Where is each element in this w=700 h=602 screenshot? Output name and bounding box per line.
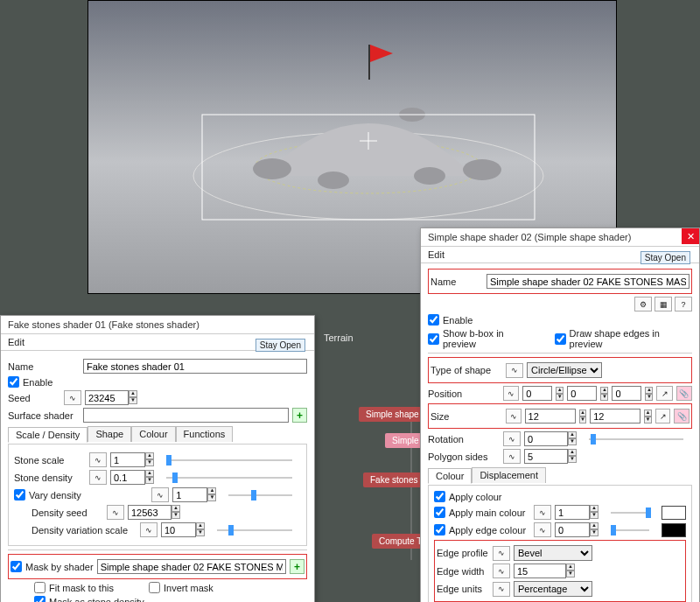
density-seed-input[interactable] — [128, 505, 172, 520]
apply-edge-checkbox[interactable] — [434, 524, 445, 536]
size-x-input[interactable] — [525, 409, 576, 424]
spinner[interactable]: ▲▼ — [145, 470, 154, 485]
edge-profile-select[interactable]: Bevel — [514, 545, 592, 561]
edge-colour-input[interactable] — [555, 522, 590, 537]
link-icon[interactable]: ↗ — [655, 409, 671, 424]
add-button[interactable]: + — [290, 559, 304, 574]
show-bbox-checkbox[interactable] — [428, 333, 439, 345]
size-label: Size — [430, 411, 502, 422]
spinner[interactable]: ▲▼ — [644, 410, 652, 424]
main-colour-swatch[interactable] — [662, 506, 686, 520]
enable-checkbox[interactable] — [8, 376, 19, 388]
main-colour-input[interactable] — [555, 505, 590, 520]
param-icon[interactable]: ∿ — [506, 409, 522, 424]
param-icon[interactable]: ∿ — [534, 522, 551, 537]
param-icon[interactable]: ∿ — [493, 564, 510, 578]
stay-open-button[interactable]: Stay Open — [256, 339, 305, 352]
draw-edges-checkbox[interactable] — [555, 333, 566, 345]
tab-functions[interactable]: Functions — [176, 426, 234, 442]
spinner[interactable]: ▲▼ — [196, 522, 205, 537]
param-icon[interactable]: ∿ — [140, 522, 158, 537]
param-icon[interactable]: ∿ — [503, 449, 521, 464]
pos-z-input[interactable] — [612, 386, 641, 401]
clip-icon[interactable]: 📎 — [674, 409, 690, 424]
spinner[interactable]: ▲▼ — [590, 522, 598, 537]
edge-colour-swatch[interactable] — [662, 523, 686, 537]
mask-by-shader-checkbox[interactable] — [10, 561, 22, 572]
spinner[interactable]: ▲▼ — [129, 390, 137, 405]
spinner[interactable]: ▲▼ — [568, 431, 577, 446]
slider[interactable] — [611, 529, 649, 531]
param-icon[interactable]: ∿ — [151, 487, 169, 502]
stone-density-input[interactable] — [110, 470, 145, 485]
spinner[interactable]: ▲▼ — [645, 387, 653, 401]
rotation-input[interactable] — [524, 431, 568, 446]
vary-density-input[interactable] — [172, 487, 207, 502]
tab-scale-density[interactable]: Scale / Density — [8, 427, 88, 443]
spinner[interactable]: ▲▼ — [566, 564, 575, 578]
param-icon[interactable]: ∿ — [89, 452, 107, 467]
svg-point-2 — [253, 158, 291, 179]
param-icon[interactable]: ∿ — [493, 546, 510, 561]
edge-units-select[interactable]: Percentage — [514, 581, 592, 597]
name-input[interactable] — [486, 274, 690, 289]
seed-input[interactable] — [85, 390, 129, 405]
param-icon[interactable]: ∿ — [506, 363, 523, 378]
clip-icon[interactable]: 📎 — [676, 386, 692, 401]
spinner[interactable]: ▲▼ — [172, 505, 180, 520]
enable-checkbox[interactable] — [428, 314, 439, 326]
invert-mask-checkbox[interactable] — [149, 582, 160, 593]
apply-colour-checkbox[interactable] — [434, 491, 445, 502]
tab-displacement[interactable]: Displacement — [472, 467, 546, 483]
spinner[interactable]: ▲▼ — [568, 449, 577, 464]
stay-open-button[interactable]: Stay Open — [640, 251, 690, 264]
grid-icon[interactable]: ▦ — [654, 297, 672, 312]
spinner[interactable]: ▲▼ — [145, 452, 154, 467]
tab-shape[interactable]: Shape — [88, 426, 131, 442]
gear-icon[interactable]: ⚙ — [634, 297, 652, 312]
slider[interactable] — [589, 438, 683, 440]
rotation-label: Rotation — [428, 434, 500, 444]
param-icon[interactable]: ∿ — [493, 582, 510, 597]
spinner[interactable]: ▲▼ — [579, 410, 587, 424]
param-icon[interactable]: ∿ — [503, 431, 521, 446]
fit-mask-checkbox[interactable] — [34, 582, 46, 593]
slider[interactable] — [166, 459, 292, 461]
close-button[interactable]: ✕ — [682, 228, 699, 244]
slider[interactable] — [228, 494, 292, 496]
param-icon[interactable]: ∿ — [503, 386, 519, 401]
vary-density-checkbox[interactable] — [14, 489, 25, 500]
slider[interactable] — [217, 529, 292, 531]
apply-main-checkbox[interactable] — [434, 507, 445, 518]
stone-scale-input[interactable] — [110, 452, 145, 467]
param-icon[interactable]: ∿ — [89, 470, 107, 485]
add-button[interactable]: + — [292, 408, 307, 423]
help-icon[interactable]: ? — [675, 297, 692, 312]
param-icon[interactable]: ∿ — [534, 505, 551, 520]
spinner[interactable]: ▲▼ — [207, 487, 216, 502]
pos-y-input[interactable] — [567, 386, 597, 401]
mask-by-shader-input[interactable] — [97, 559, 286, 574]
surface-shader-input[interactable] — [83, 408, 289, 423]
link-icon[interactable]: ↗ — [656, 386, 672, 401]
spinner[interactable]: ▲▼ — [556, 387, 564, 401]
panel-shape-shader[interactable]: Simple shape shader 02 (Simple shape sha… — [420, 228, 700, 602]
tab-colour[interactable]: Colour — [131, 426, 175, 442]
spinner[interactable]: ▲▼ — [590, 505, 598, 520]
edge-width-input[interactable] — [514, 564, 566, 578]
density-var-scale-input[interactable] — [161, 522, 196, 537]
mask-as-density-checkbox[interactable] — [34, 596, 46, 602]
param-icon[interactable]: ∿ — [107, 505, 124, 520]
pos-x-input[interactable] — [522, 386, 552, 401]
size-y-input[interactable] — [590, 409, 640, 424]
spinner[interactable]: ▲▼ — [600, 387, 608, 401]
panel-title: Fake stones shader 01 (Fake stones shade… — [1, 316, 314, 334]
name-input[interactable] — [83, 359, 307, 374]
param-icon[interactable]: ∿ — [64, 390, 81, 405]
polysides-input[interactable] — [524, 449, 568, 464]
type-select[interactable]: Circle/Ellipse — [527, 362, 602, 378]
panel-fake-stones[interactable]: Fake stones shader 01 (Fake stones shade… — [0, 315, 315, 602]
tab-colour[interactable]: Colour — [428, 468, 472, 484]
slider[interactable] — [166, 477, 292, 479]
slider[interactable] — [611, 512, 649, 514]
